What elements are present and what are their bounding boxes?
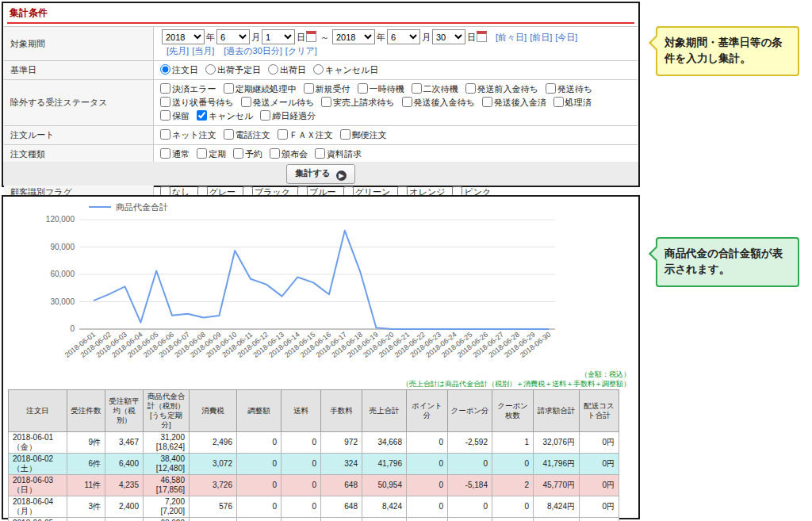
- value-cell: 0: [282, 517, 321, 521]
- checkbox-実売上請求待ち[interactable]: [321, 97, 331, 107]
- value-cell: 0円: [580, 453, 619, 474]
- date-shortcut-link[interactable]: [前々日]: [496, 33, 527, 42]
- value-cell: 576: [190, 496, 237, 517]
- value-cell: 4,235: [105, 474, 144, 496]
- checkbox-発送メール待ち[interactable]: [241, 97, 251, 107]
- table-row: 2018-06-04（月）3件2,4007,200 [7,200]5760064…: [9, 496, 619, 517]
- checkbox-保留[interactable]: [160, 110, 170, 121]
- column-header: 請求額合計: [534, 390, 580, 432]
- to-day-select[interactable]: 30: [432, 29, 465, 44]
- value-cell: 3,467: [105, 431, 144, 453]
- checkbox-二次待機[interactable]: [412, 83, 422, 94]
- table-row: 2018-06-05（火）10件6,39263,920 [13,440]5,11…: [9, 517, 619, 521]
- radio-option: 出荷予定日: [205, 65, 261, 75]
- value-cell: 31,200 [18,624]: [144, 431, 190, 453]
- from-day-select[interactable]: 1: [262, 29, 295, 44]
- value-cell: 0: [492, 453, 534, 474]
- value-cell: 2,496: [190, 431, 237, 453]
- checkbox-締日経過分[interactable]: [260, 110, 270, 121]
- shortcut-link-group: [前々日][前日][今日]: [496, 33, 580, 42]
- radio-注文日[interactable]: [160, 64, 170, 75]
- option-label: 定期: [209, 149, 226, 159]
- checkbox-option: 電話注文: [224, 130, 270, 140]
- radio-出荷日[interactable]: [268, 64, 278, 75]
- value-cell: 0: [492, 496, 534, 517]
- checkbox-定期継続処理中[interactable]: [224, 83, 234, 94]
- radio-出荷予定日[interactable]: [205, 64, 216, 75]
- checkbox-option: 定期継続処理中: [224, 84, 297, 94]
- radio-キャンセル日[interactable]: [313, 64, 324, 75]
- checkbox-キャンセル[interactable]: [197, 110, 207, 121]
- checkbox-option: ＦＡＸ注文: [278, 130, 333, 140]
- value-cell: -18,144: [448, 517, 492, 521]
- amount-note-formula: （売上合計は商品代金合計（税別）＋消費税＋送料＋手数料＋調整額）: [402, 379, 630, 389]
- checkbox-発送待ち[interactable]: [546, 83, 556, 94]
- daily-summary-table: 注文日受注件数受注額平均（税別）商品代金合計（税別） [うち定期分]消費税調整額…: [8, 389, 619, 521]
- checkbox-ネット注文[interactable]: [160, 129, 170, 140]
- y-axis-tick-label: 0: [70, 324, 75, 333]
- checkbox-option: 保留: [160, 111, 190, 121]
- date-unit-label: 年: [377, 33, 385, 42]
- checkbox-電話注文[interactable]: [224, 129, 234, 140]
- checkbox-option: 発送メール待ち: [241, 98, 315, 107]
- value-cell: 38,400 [12,480]: [144, 453, 190, 474]
- calendar-icon[interactable]: [306, 31, 316, 42]
- value-cell: 1,296: [321, 517, 362, 521]
- callout-tail-icon: [649, 35, 665, 51]
- option-label: 実売上請求待ち: [333, 98, 394, 107]
- checkbox-定期[interactable]: [197, 148, 207, 159]
- date-shortcut-link[interactable]: [今日]: [555, 33, 577, 42]
- checkbox-新規受付[interactable]: [304, 83, 314, 94]
- checkbox-option: 一時待機: [358, 84, 404, 94]
- checkbox-option: 送り状番号待ち: [160, 98, 234, 107]
- option-label: 出荷予定日: [217, 65, 261, 75]
- to-year-select[interactable]: 2018: [332, 29, 375, 44]
- checkbox-送り状番号待ち[interactable]: [160, 97, 170, 107]
- date-shortcut-link[interactable]: [過去の30日分]: [224, 46, 282, 56]
- date-shortcut-link[interactable]: [当月]: [192, 46, 214, 56]
- checkbox-頒布会[interactable]: [270, 148, 280, 159]
- option-label: 予約: [245, 149, 262, 159]
- checkbox-決済エラー[interactable]: [160, 83, 170, 94]
- date-shortcut-link[interactable]: [先月]: [167, 46, 189, 56]
- date-shortcut-link[interactable]: [クリア]: [285, 46, 317, 56]
- checkbox-発送後入金待ち[interactable]: [402, 97, 412, 107]
- date-shortcut-link[interactable]: [前日]: [530, 33, 552, 42]
- radio-option: 出荷日: [268, 65, 306, 75]
- value-cell: 0: [407, 496, 448, 517]
- checkbox-一時待機[interactable]: [358, 83, 368, 94]
- to-month-select[interactable]: 6: [387, 29, 420, 44]
- value-cell: 41,796: [362, 453, 407, 474]
- checkbox-ＦＡＸ注文[interactable]: [278, 129, 288, 140]
- checkbox-option: 実売上請求待ち: [321, 98, 394, 107]
- checkbox-通常[interactable]: [160, 148, 170, 159]
- aggregate-button[interactable]: 集計する ▶: [286, 164, 355, 184]
- checkbox-発送後入金済[interactable]: [482, 97, 492, 107]
- checkbox-資料請求[interactable]: [315, 148, 325, 159]
- checkbox-option: 処理済: [553, 98, 592, 107]
- from-month-select[interactable]: 6: [216, 29, 250, 44]
- option-label: ＦＡＸ注文: [289, 130, 333, 140]
- chart-description-callout: 商品代金の合計金額が表示されます。: [656, 237, 799, 287]
- value-cell: 0: [407, 517, 448, 521]
- option-label: 送り状番号待ち: [172, 98, 234, 107]
- checkbox-予約[interactable]: [233, 148, 243, 159]
- row-label-period: 対象期間: [4, 27, 154, 61]
- option-label: 二次待機: [423, 84, 458, 94]
- option-label: 出荷日: [280, 65, 306, 75]
- option-label: 発送前入金待ち: [477, 84, 538, 94]
- checkbox-発送前入金待ち[interactable]: [465, 83, 476, 94]
- radio-option: 注文日: [160, 65, 198, 75]
- column-header: 受注額平均（税別）: [105, 390, 144, 432]
- table-row: 2018-06-03（日）11件4,23546,580 [17,856]3,72…: [9, 474, 619, 496]
- checkbox-処理済[interactable]: [553, 97, 564, 107]
- value-cell: 648: [321, 474, 362, 496]
- checkbox-郵便注文[interactable]: [340, 129, 350, 140]
- value-cell: 52,184円: [534, 517, 580, 521]
- checkbox-option: 通常: [160, 149, 190, 159]
- calendar-icon[interactable]: [477, 31, 487, 42]
- value-cell: 7,200 [7,200]: [144, 496, 190, 517]
- value-cell: 70,328: [362, 517, 407, 521]
- column-header: 手数料: [321, 390, 362, 432]
- from-year-select[interactable]: 2018: [162, 29, 205, 44]
